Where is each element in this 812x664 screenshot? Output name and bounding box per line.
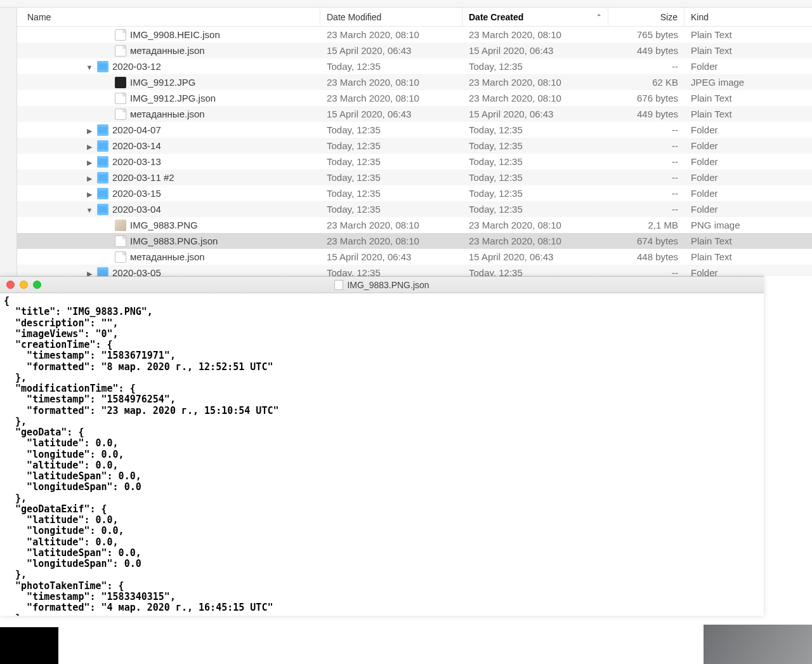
column-header-date-created[interactable]: Date Created ⌃: [462, 8, 608, 26]
cell-datecreated: 15 April 2020, 06:43: [462, 45, 608, 56]
column-header-kind[interactable]: Kind: [684, 8, 812, 26]
file-row[interactable]: ▶2020-03-15Today, 12:35Today, 12:35--Fol…: [17, 185, 812, 201]
disclosure-right-icon[interactable]: ▶: [86, 175, 93, 183]
disclosure-down-icon[interactable]: ▼: [86, 63, 93, 71]
file-name: IMG_9912.JPG: [130, 77, 195, 88]
document-icon: [334, 280, 343, 290]
disclosure-right-icon[interactable]: ▶: [86, 128, 93, 135]
file-row[interactable]: ▶2020-03-13Today, 12:35Today, 12:35--Fol…: [17, 154, 812, 169]
cell-datecreated: 23 March 2020, 08:10: [462, 93, 608, 103]
cell-kind: Folder: [684, 124, 812, 135]
disclosure-right-icon[interactable]: ▶: [86, 143, 93, 151]
cell-kind: Plain Text: [684, 93, 812, 103]
cell-size: 676 bytes: [608, 93, 684, 103]
cell-size: 765 bytes: [608, 29, 684, 40]
disclosure-right-icon[interactable]: ▶: [86, 159, 93, 167]
cell-datemod: Today, 12:35: [320, 140, 462, 151]
cell-datecreated: Today, 12:35: [462, 267, 608, 276]
cell-size: --: [608, 156, 684, 167]
file-row[interactable]: IMG_9912.JPG23 March 2020, 08:1023 March…: [17, 74, 812, 90]
cell-kind: PNG image: [684, 220, 812, 230]
finder-sidebar[interactable]: [0, 8, 17, 276]
column-header-date-modified[interactable]: Date Modified: [320, 8, 462, 26]
file-row[interactable]: ▼2020-03-04Today, 12:35Today, 12:35--Fol…: [17, 201, 812, 217]
doc-icon: [115, 251, 126, 263]
cell-size: 2,1 MB: [608, 220, 684, 230]
file-name-cell: ▶2020-03-13: [17, 156, 320, 168]
file-row[interactable]: метаданные.json15 April 2020, 06:4315 Ap…: [17, 106, 812, 122]
file-row[interactable]: IMG_9912.JPG.json23 March 2020, 08:1023 …: [17, 90, 812, 106]
viewer-title-text: IMG_9883.PNG.json: [347, 280, 429, 290]
cell-datemod: 23 March 2020, 08:10: [320, 93, 462, 103]
file-row[interactable]: IMG_9908.HEIC.json23 March 2020, 08:1023…: [17, 27, 812, 43]
cell-size: --: [608, 267, 684, 276]
file-name-cell: метаданные.json: [17, 109, 320, 120]
thumbnail-fragment: [704, 625, 812, 664]
cell-datemod: 15 April 2020, 06:43: [320, 251, 462, 262]
cell-datemod: 15 April 2020, 06:43: [320, 109, 462, 119]
file-row[interactable]: IMG_9883.PNG23 March 2020, 08:1023 March…: [17, 217, 812, 233]
cell-datecreated: Today, 12:35: [462, 188, 608, 199]
file-row[interactable]: метаданные.json15 April 2020, 06:4315 Ap…: [17, 249, 812, 265]
file-name-cell: IMG_9883.PNG.json: [17, 236, 320, 247]
doc-icon: [115, 93, 126, 104]
cell-datecreated: 23 March 2020, 08:10: [462, 29, 608, 40]
cell-kind: Plain Text: [684, 109, 812, 119]
file-row[interactable]: ▶2020-04-07Today, 12:35Today, 12:35--Fol…: [17, 122, 812, 138]
cell-datecreated: Today, 12:35: [462, 140, 608, 151]
cell-datecreated: Today, 12:35: [462, 204, 608, 215]
cell-datemod: 23 March 2020, 08:10: [320, 29, 462, 40]
file-name: метаданные.json: [130, 109, 205, 119]
file-name: 2020-03-12: [112, 61, 161, 72]
cell-kind: Folder: [684, 156, 812, 167]
disclosure-right-icon[interactable]: ▶: [86, 270, 93, 277]
file-name-cell: ▶2020-03-14: [17, 140, 320, 152]
file-name: 2020-03-11 #2: [112, 172, 174, 183]
cell-kind: Plain Text: [684, 45, 812, 56]
cell-datecreated: 23 March 2020, 08:10: [462, 77, 608, 88]
cell-datecreated: Today, 12:35: [462, 172, 608, 183]
column-header-size[interactable]: Size: [608, 8, 684, 26]
file-row[interactable]: ▼2020-03-12Today, 12:35Today, 12:35--Fol…: [17, 58, 812, 74]
cell-datemod: Today, 12:35: [320, 267, 462, 276]
disclosure-down-icon[interactable]: ▼: [86, 206, 93, 214]
cell-kind: Folder: [684, 61, 812, 72]
file-name: метаданные.json: [130, 45, 205, 56]
file-row[interactable]: ▶2020-03-05Today, 12:35Today, 12:35--Fol…: [17, 265, 812, 276]
viewer-content[interactable]: { "title": "IMG_9883.PNG", "description"…: [0, 293, 764, 616]
folder-icon: [97, 267, 108, 277]
file-name: 2020-03-13: [112, 156, 161, 167]
viewer-title: IMG_9883.PNG.json: [0, 280, 764, 290]
folder-icon: [97, 140, 108, 152]
folder-icon: [97, 156, 108, 168]
cell-datemod: Today, 12:35: [320, 188, 462, 199]
cell-datemod: 15 April 2020, 06:43: [320, 45, 462, 56]
cell-datemod: Today, 12:35: [320, 124, 462, 135]
file-row[interactable]: ▶2020-03-11 #2Today, 12:35Today, 12:35--…: [17, 169, 812, 185]
folder-icon: [97, 204, 108, 215]
cell-datemod: 23 March 2020, 08:10: [320, 77, 462, 88]
file-name-cell: IMG_9908.HEIC.json: [17, 29, 320, 41]
file-row[interactable]: IMG_9883.PNG.json23 March 2020, 08:1023 …: [17, 233, 812, 249]
finder-list: Name Date Modified Date Created ⌃ Size K…: [17, 8, 812, 276]
file-name: 2020-03-15: [112, 188, 161, 199]
text-viewer-window: IMG_9883.PNG.json { "title": "IMG_9883.P…: [0, 276, 764, 616]
file-row[interactable]: ▶2020-03-14Today, 12:35Today, 12:35--Fol…: [17, 138, 812, 154]
column-headers: Name Date Modified Date Created ⌃ Size K…: [17, 8, 812, 27]
file-name-cell: ▼2020-03-12: [17, 61, 320, 72]
cell-kind: Folder: [684, 172, 812, 183]
cell-size: 449 bytes: [608, 109, 684, 119]
cell-datecreated: Today, 12:35: [462, 61, 608, 72]
cell-datecreated: Today, 12:35: [462, 156, 608, 167]
disclosure-right-icon[interactable]: ▶: [86, 191, 93, 199]
cell-datecreated: 23 March 2020, 08:10: [462, 220, 608, 230]
column-header-name[interactable]: Name: [17, 8, 320, 26]
file-name-cell: IMG_9912.JPG: [17, 77, 320, 88]
file-row[interactable]: метаданные.json15 April 2020, 06:4315 Ap…: [17, 43, 812, 58]
file-name-cell: IMG_9912.JPG.json: [17, 93, 320, 104]
cell-kind: Plain Text: [684, 29, 812, 40]
file-rows: IMG_9908.HEIC.json23 March 2020, 08:1023…: [17, 27, 812, 276]
cell-kind: Plain Text: [684, 236, 812, 246]
viewer-titlebar[interactable]: IMG_9883.PNG.json: [0, 277, 764, 293]
cell-size: 448 bytes: [608, 251, 684, 262]
